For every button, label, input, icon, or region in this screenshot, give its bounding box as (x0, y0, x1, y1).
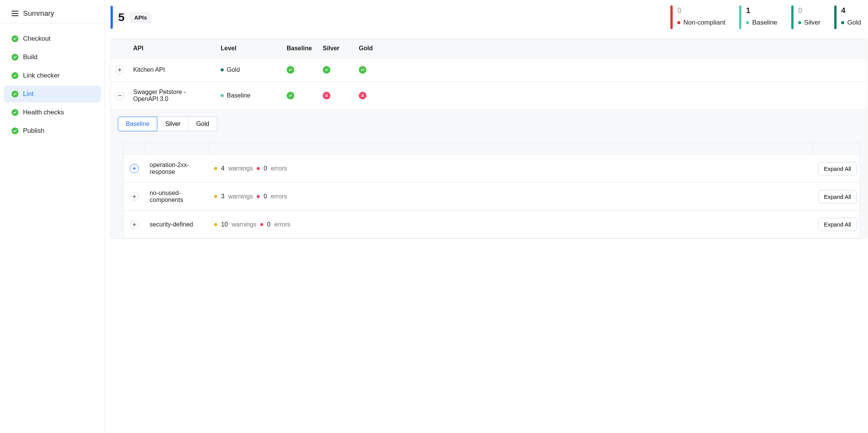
sidebar-title: Summary (23, 9, 54, 18)
check-icon (12, 35, 18, 42)
rule-name: no-unused-components (145, 183, 210, 210)
stat-bar (834, 5, 837, 29)
rule-name: operation-2xx-response (145, 155, 210, 182)
stat-bar (739, 5, 741, 29)
cell-api: Kitchen API (129, 59, 216, 80)
check-icon (12, 91, 18, 98)
table-row: Kitchen API Gold (111, 58, 867, 82)
stat-value: 0 (677, 6, 726, 15)
stat-total-chip: APIs (130, 12, 151, 23)
dot-icon (746, 21, 749, 24)
sidebar-item-publish[interactable]: Publish (4, 122, 101, 139)
check-icon (12, 127, 18, 134)
check-icon (12, 72, 18, 79)
col-api: API (129, 39, 216, 58)
sidebar-item-build[interactable]: Build (4, 49, 101, 66)
stat-baseline: 1 Baseline (732, 5, 784, 29)
stat-label: Baseline (752, 19, 777, 26)
stat-value: 1 (746, 6, 777, 15)
cell-level: Gold (216, 59, 282, 80)
cell-silver (318, 59, 354, 81)
cell-gold (354, 59, 386, 81)
sidebar-item-label: Build (23, 53, 38, 61)
stats-bar: 5 APIs 0 Non-compliant 1 (111, 5, 868, 29)
rule-stats: 10 warnings 0 errors (210, 214, 814, 235)
tab-gold[interactable]: Gold (188, 117, 217, 131)
rule-name: security-defined (145, 214, 210, 235)
warning-dot-icon (214, 195, 217, 198)
sidebar-item-link-checker[interactable]: Link checker (4, 67, 101, 84)
sidebar-item-label: Publish (23, 127, 45, 135)
plus-icon (132, 166, 137, 171)
stat-label: Silver (804, 19, 821, 26)
tab-baseline[interactable]: Baseline (118, 117, 157, 131)
check-icon (12, 54, 18, 61)
expand-row-button[interactable] (116, 65, 124, 74)
sidebar-item-health-checks[interactable]: Health checks (4, 104, 101, 121)
expand-all-button[interactable]: Expand All (818, 162, 857, 175)
rules-header (124, 143, 860, 155)
level-dot-icon (221, 68, 224, 71)
sidebar-item-label: Link checker (23, 72, 59, 79)
dot-icon (677, 21, 680, 24)
collapse-row-button[interactable] (116, 91, 124, 100)
stat-total-bar (111, 6, 113, 29)
stat-total: 5 APIs (111, 5, 159, 29)
expand-all-button[interactable]: Expand All (818, 218, 857, 231)
rule-row: no-unused-components 3 warnings 0 errors… (124, 183, 860, 211)
stat-non-compliant: 0 Non-compliant (663, 5, 733, 29)
expand-rule-button[interactable] (130, 220, 139, 229)
menu-icon[interactable] (12, 11, 18, 16)
expand-all-button[interactable]: Expand All (818, 190, 857, 203)
api-table: API Level Baseline Silver Gold Kitchen A… (111, 38, 867, 239)
sidebar-item-label: Lint (23, 90, 33, 98)
table-header: API Level Baseline Silver Gold (111, 39, 867, 58)
sidebar-item-checkout[interactable]: Checkout (4, 30, 101, 47)
stat-value: 4 (841, 6, 861, 15)
dot-icon (798, 21, 801, 24)
row-detail: Baseline Silver Gold operatio (111, 110, 867, 238)
cell-gold (354, 85, 386, 106)
status-fail-icon (323, 92, 330, 99)
rule-stats: 4 warnings 0 errors (210, 158, 814, 179)
col-baseline: Baseline (282, 39, 318, 58)
stat-label: Gold (847, 19, 861, 26)
warning-dot-icon (214, 167, 217, 170)
rule-row: operation-2xx-response 4 warnings 0 erro… (124, 155, 860, 183)
expand-rule-button[interactable] (130, 192, 139, 201)
main-content: 5 APIs 0 Non-compliant 1 (105, 0, 868, 433)
expand-rule-button[interactable] (130, 164, 139, 173)
stat-bar (670, 5, 673, 29)
status-ok-icon (287, 66, 294, 74)
stat-silver: 0 Silver (784, 5, 828, 29)
sidebar-nav: Checkout Build Link checker Lint (0, 23, 105, 146)
tab-silver[interactable]: Silver (157, 117, 188, 131)
stat-total-value: 5 (118, 11, 125, 24)
sidebar-item-label: Health checks (23, 109, 64, 116)
cell-baseline (282, 85, 318, 106)
plus-icon (117, 68, 122, 72)
minus-icon (117, 93, 122, 98)
dot-icon (841, 21, 844, 24)
warning-dot-icon (214, 223, 217, 226)
stat-bar (791, 5, 794, 29)
stat-gold: 4 Gold (827, 5, 868, 29)
sidebar-header: Summary (0, 4, 105, 23)
detail-tabs: Baseline Silver Gold (118, 117, 860, 131)
rule-stats: 3 warnings 0 errors (210, 186, 814, 207)
check-icon (12, 109, 18, 116)
error-dot-icon (260, 223, 263, 226)
error-dot-icon (257, 167, 260, 170)
sidebar-item-label: Checkout (23, 35, 51, 43)
sidebar-item-lint[interactable]: Lint (4, 86, 101, 102)
plus-icon (132, 222, 137, 227)
table-row: Swagger Petstore - OpenAPI 3.0 Baseline (111, 82, 867, 110)
cell-api: Swagger Petstore - OpenAPI 3.0 (129, 82, 216, 109)
rules-table: operation-2xx-response 4 warnings 0 erro… (123, 143, 860, 238)
col-level: Level (216, 39, 282, 58)
cell-baseline (282, 59, 318, 81)
stat-value: 0 (798, 6, 821, 15)
status-ok-icon (359, 66, 366, 74)
level-dot-icon (221, 94, 224, 97)
status-fail-icon (359, 92, 366, 99)
